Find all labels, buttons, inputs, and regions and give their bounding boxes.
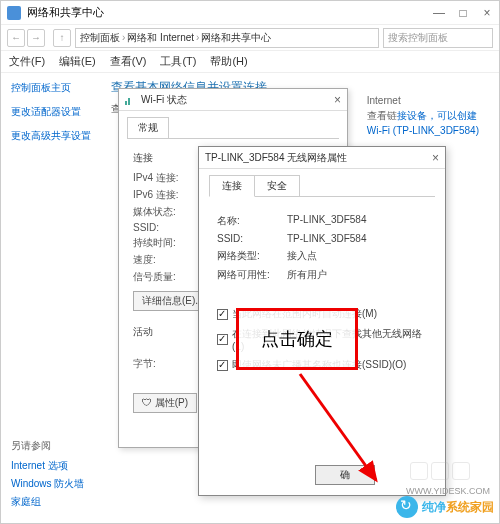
watermark-text-b: 系统家园 [446, 500, 494, 514]
ipv6-label: IPv6 连接: [133, 188, 203, 202]
avail-label: 网络可用性: [217, 268, 287, 282]
internet-options-link[interactable]: Internet 选项 [11, 459, 84, 473]
faint-icon [452, 462, 470, 480]
bytes-label: 字节: [133, 357, 203, 371]
name-label: 名称: [217, 214, 287, 228]
menu-tools[interactable]: 工具(T) [160, 54, 196, 69]
checkbox-icon [217, 360, 228, 371]
faint-icon [410, 462, 428, 480]
dialog-title: TP-LINK_3DF584 无线网络属性 [205, 151, 347, 165]
tab-general[interactable]: 常规 [127, 117, 169, 138]
chevron-right-icon: › [196, 32, 199, 43]
sidebar-adapter[interactable]: 更改适配器设置 [11, 105, 91, 119]
see-also-section: 另请参阅 Internet 选项 Windows 防火墙 家庭组 [11, 439, 84, 513]
dialog-titlebar: TP-LINK_3DF584 无线网络属性 × [199, 147, 445, 169]
faint-background-icons [410, 462, 470, 480]
tab-connection[interactable]: 连接 [209, 175, 255, 197]
ssid-value: TP-LINK_3DF584 [287, 233, 366, 244]
faint-icon [431, 462, 449, 480]
chevron-right-icon: › [122, 32, 125, 43]
avail-value: 所有用户 [287, 268, 327, 282]
menu-file[interactable]: 文件(F) [9, 54, 45, 69]
breadcrumb-sharing-center[interactable]: 网络和共享中心 [201, 31, 271, 45]
dialog-titlebar: Wi-Fi 状态 × [119, 89, 347, 111]
right-info-link1[interactable]: 接设备，可以创建 [397, 110, 477, 121]
name-value: TP-LINK_3DF584 [287, 214, 366, 228]
watermark-logo-icon [396, 496, 418, 518]
ipv4-label: IPv4 连接: [133, 171, 203, 185]
nettype-label: 网络类型: [217, 249, 287, 263]
media-label: 媒体状态: [133, 205, 203, 219]
checkbox-icon [217, 334, 228, 345]
breadcrumb-network-internet[interactable]: 网络和 Internet [127, 31, 194, 45]
dialog-close-button[interactable]: × [432, 151, 439, 165]
checkbox-icon [217, 309, 228, 320]
duration-label: 持续时间: [133, 236, 203, 250]
right-info-block: Internet 查看链接设备，可以创建 Wi-Fi (TP-LINK_3DF5… [367, 93, 479, 138]
minimize-button[interactable]: — [433, 6, 445, 20]
sidebar-home[interactable]: 控制面板主页 [11, 81, 91, 95]
properties-button[interactable]: 🛡 属性(P) [133, 393, 197, 413]
menu-view[interactable]: 查看(V) [110, 54, 147, 69]
firewall-link[interactable]: Windows 防火墙 [11, 477, 84, 491]
ssid-label: SSID: [217, 233, 287, 244]
breadcrumb-control-panel[interactable]: 控制面板 [80, 31, 120, 45]
search-input[interactable]: 搜索控制面板 [383, 28, 493, 48]
maximize-button[interactable]: □ [457, 6, 469, 20]
app-icon [7, 6, 21, 20]
forward-button[interactable]: → [27, 29, 45, 47]
homegroup-link[interactable]: 家庭组 [11, 495, 84, 509]
ssid-label: SSID: [133, 222, 203, 233]
dialog-close-button[interactable]: × [334, 93, 341, 107]
menu-bar: 文件(F) 编辑(E) 查看(V) 工具(T) 帮助(H) [1, 51, 499, 73]
see-also-header: 另请参阅 [11, 439, 84, 453]
signal-label: 信号质量: [133, 270, 203, 284]
wifi-connection-link[interactable]: Wi-Fi (TP-LINK_3DF584) [367, 123, 479, 138]
ok-button[interactable]: 确 [315, 465, 375, 485]
menu-help[interactable]: 帮助(H) [210, 54, 247, 69]
watermark-url: WWW.YIDESK.COM [406, 486, 490, 496]
window-title: 网络和共享中心 [27, 5, 433, 20]
nav-bar: ← → ↑ 控制面板 › 网络和 Internet › 网络和共享中心 搜索控制… [1, 25, 499, 51]
close-button[interactable]: × [481, 6, 493, 20]
tab-security[interactable]: 安全 [254, 175, 300, 197]
wifi-signal-icon [125, 95, 137, 105]
dialog-title: Wi-Fi 状态 [141, 93, 187, 107]
annotation-callout: 点击确定 [236, 308, 358, 370]
window-controls: — □ × [433, 6, 493, 20]
speed-label: 速度: [133, 253, 203, 267]
sidebar: 控制面板主页 更改适配器设置 更改高级共享设置 [1, 73, 101, 473]
back-button[interactable]: ← [7, 29, 25, 47]
watermark: 纯净系统家园 [396, 496, 494, 518]
breadcrumb[interactable]: 控制面板 › 网络和 Internet › 网络和共享中心 [75, 28, 379, 48]
nettype-value: 接入点 [287, 249, 317, 263]
up-button[interactable]: ↑ [53, 29, 71, 47]
sidebar-sharing[interactable]: 更改高级共享设置 [11, 129, 91, 143]
watermark-text-a: 纯净 [422, 500, 446, 514]
window-titlebar: 网络和共享中心 — □ × [1, 1, 499, 25]
right-info-prefix: 查看链 [367, 110, 397, 121]
access-type-value: Internet [367, 93, 479, 108]
menu-edit[interactable]: 编辑(E) [59, 54, 96, 69]
